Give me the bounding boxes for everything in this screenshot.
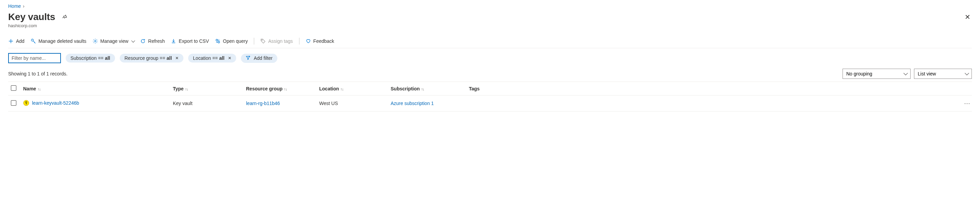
filter-loc-label: Location == xyxy=(193,56,219,61)
manage-view-label: Manage view xyxy=(100,38,129,44)
add-filter-button[interactable]: Add filter xyxy=(241,54,277,63)
add-button[interactable]: Add xyxy=(8,38,24,44)
assign-tags-button: Assign tags xyxy=(260,38,293,44)
breadcrumb: Home › xyxy=(8,3,972,9)
column-header-resource-group[interactable]: Resource group↑↓ xyxy=(243,82,317,95)
pin-icon xyxy=(61,14,67,20)
export-csv-label: Export to CSV xyxy=(179,38,209,44)
sort-icon: ↑↓ xyxy=(37,87,40,91)
plus-icon xyxy=(8,38,14,44)
svg-rect-8 xyxy=(26,104,27,104)
filter-subscription-value: all xyxy=(105,56,110,61)
close-icon: ✕ xyxy=(965,13,970,21)
manage-deleted-label: Manage deleted vaults xyxy=(38,38,86,44)
gear-icon xyxy=(92,38,98,44)
manage-deleted-button[interactable]: Manage deleted vaults xyxy=(30,38,86,44)
filters-row: Subscription == all Resource group == al… xyxy=(8,48,972,67)
column-header-location[interactable]: Location↑↓ xyxy=(317,82,388,95)
filter-rg-remove[interactable]: ✕ xyxy=(175,56,179,60)
svg-point-1 xyxy=(95,40,96,42)
filter-subscription-label: Subscription == xyxy=(70,56,105,61)
feedback-button[interactable]: Feedback xyxy=(305,38,334,44)
key-icon xyxy=(30,38,36,44)
open-query-button[interactable]: Open query xyxy=(215,38,248,44)
row-subscription-link[interactable]: Azure subscription 1 xyxy=(391,101,434,106)
open-query-label: Open query xyxy=(223,38,248,44)
title-row: Key vaults ✕ xyxy=(8,11,972,22)
filter-name-input[interactable] xyxy=(8,53,61,63)
grouping-select[interactable]: No grouping xyxy=(843,69,911,79)
row-name-link[interactable]: learn-keyvault-52246b xyxy=(32,100,79,106)
row-more-button[interactable]: ⋯ xyxy=(958,95,972,111)
filter-loc-remove[interactable]: ✕ xyxy=(228,56,231,60)
results-table: Name↑↓ Type↑↓ Resource group↑↓ Location↑… xyxy=(8,82,972,111)
chevron-down-icon xyxy=(131,39,135,43)
keyvault-icon xyxy=(23,100,29,106)
sort-icon: ↑↓ xyxy=(340,87,343,91)
query-icon xyxy=(215,38,221,44)
tag-icon xyxy=(260,38,266,44)
table-row[interactable]: learn-keyvault-52246b Key vault learn-rg… xyxy=(8,95,972,111)
svg-point-2 xyxy=(216,40,218,41)
chevron-right-icon: › xyxy=(23,3,24,9)
refresh-icon xyxy=(140,38,146,44)
command-bar: Add Manage deleted vaults Manage view Re… xyxy=(8,33,972,48)
manage-view-button[interactable]: Manage view xyxy=(92,38,134,44)
assign-tags-label: Assign tags xyxy=(268,38,293,44)
close-button[interactable]: ✕ xyxy=(963,11,972,22)
filter-icon xyxy=(246,56,250,61)
page-title: Key vaults xyxy=(8,11,55,22)
column-header-name[interactable]: Name↑↓ xyxy=(21,82,170,95)
breadcrumb-home[interactable]: Home xyxy=(8,3,21,9)
filter-pill-location[interactable]: Location == all ✕ xyxy=(188,54,236,62)
select-all-checkbox[interactable] xyxy=(11,85,16,91)
pin-button[interactable] xyxy=(60,13,69,21)
filter-pill-subscription[interactable]: Subscription == all xyxy=(66,54,115,62)
row-checkbox[interactable] xyxy=(11,100,16,106)
feedback-label: Feedback xyxy=(313,38,334,44)
heart-icon xyxy=(305,38,311,44)
filter-rg-value: all xyxy=(167,56,172,61)
column-header-subscription[interactable]: Subscription↑↓ xyxy=(388,82,466,95)
export-csv-button[interactable]: Export to CSV xyxy=(171,38,209,44)
view-select[interactable]: List view xyxy=(914,69,972,79)
row-tags xyxy=(466,95,958,111)
column-header-type[interactable]: Type↑↓ xyxy=(170,82,243,95)
refresh-label: Refresh xyxy=(148,38,165,44)
refresh-button[interactable]: Refresh xyxy=(140,38,165,44)
sort-icon: ↑↓ xyxy=(284,87,287,91)
sort-icon: ↑↓ xyxy=(421,87,424,91)
add-filter-label: Add filter xyxy=(254,56,272,61)
svg-point-3 xyxy=(218,41,220,43)
column-header-tags[interactable]: Tags xyxy=(466,82,958,95)
download-icon xyxy=(171,38,176,44)
filter-pill-resource-group[interactable]: Resource group == all ✕ xyxy=(120,54,183,62)
page-subtitle: hashicorp.com xyxy=(8,23,972,28)
row-location: West US xyxy=(317,95,388,111)
toolbar-separator xyxy=(254,38,254,44)
add-label: Add xyxy=(16,38,24,44)
sort-icon: ↑↓ xyxy=(185,87,188,91)
row-rg-link[interactable]: learn-rg-b11b46 xyxy=(246,101,280,106)
meta-row: Showing 1 to 1 of 1 records. No grouping… xyxy=(8,67,972,82)
svg-point-4 xyxy=(262,40,262,40)
filter-rg-label: Resource group == xyxy=(124,56,167,61)
toolbar-separator xyxy=(299,38,299,44)
records-text: Showing 1 to 1 of 1 records. xyxy=(8,71,67,76)
row-type: Key vault xyxy=(170,95,243,111)
filter-loc-value: all xyxy=(219,56,224,61)
